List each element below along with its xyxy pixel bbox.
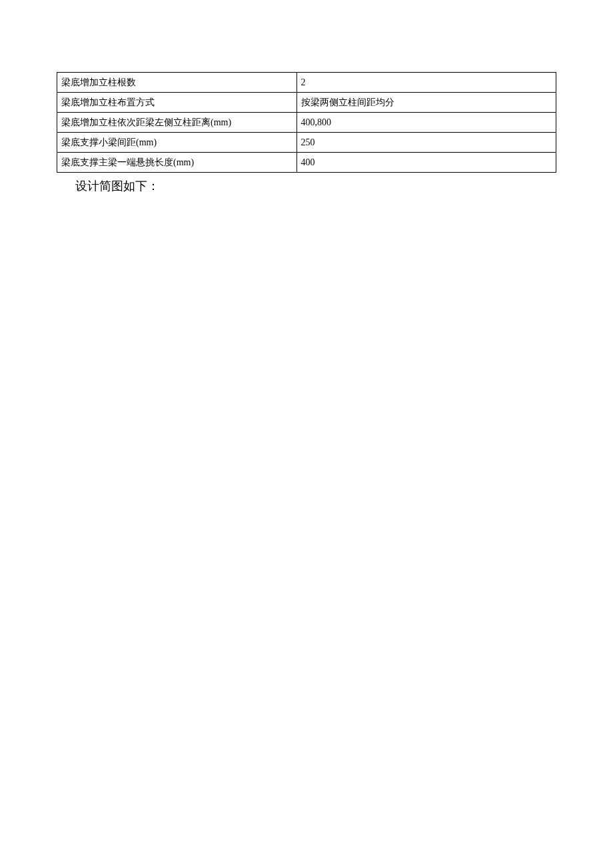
param-value: 400	[297, 153, 556, 173]
param-value: 400,800	[297, 113, 556, 133]
param-label: 梁底增加立柱布置方式	[57, 93, 297, 113]
table-row: 梁底支撑主梁一端悬挑长度(mm) 400	[57, 153, 556, 173]
table-row: 梁底增加立柱根数 2	[57, 73, 556, 93]
param-label: 梁底增加立柱根数	[57, 73, 297, 93]
parameters-table: 梁底增加立柱根数 2 梁底增加立柱布置方式 按梁两侧立柱间距均分 梁底增加立柱依…	[57, 72, 556, 173]
param-value: 按梁两侧立柱间距均分	[297, 93, 556, 113]
param-label: 梁底增加立柱依次距梁左侧立柱距离(mm)	[57, 113, 297, 133]
param-value: 2	[297, 73, 556, 93]
table-row: 梁底增加立柱布置方式 按梁两侧立柱间距均分	[57, 93, 556, 113]
param-value: 250	[297, 133, 556, 153]
table-row: 梁底增加立柱依次距梁左侧立柱距离(mm) 400,800	[57, 113, 556, 133]
param-label: 梁底支撑主梁一端悬挑长度(mm)	[57, 153, 297, 173]
table-row: 梁底支撑小梁间距(mm) 250	[57, 133, 556, 153]
param-label: 梁底支撑小梁间距(mm)	[57, 133, 297, 153]
diagram-caption: 设计简图如下：	[75, 178, 556, 194]
